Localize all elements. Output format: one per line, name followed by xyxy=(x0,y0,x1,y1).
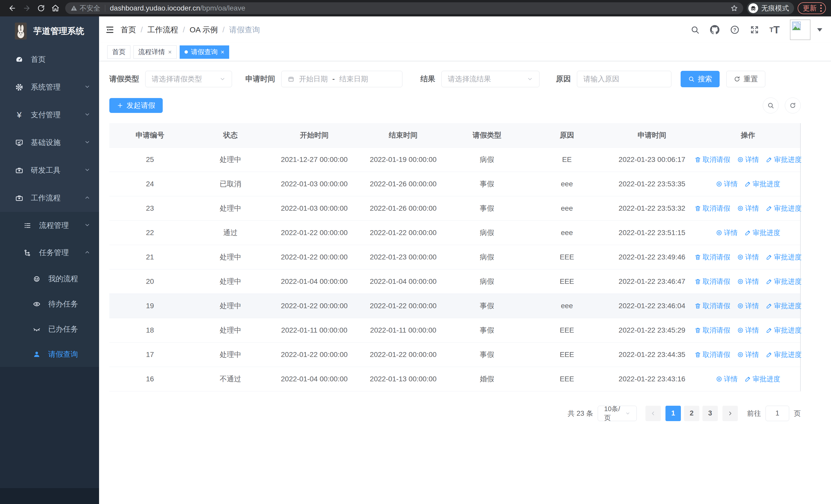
sidebar-item-workflow[interactable]: 工作流程 xyxy=(0,184,99,212)
action-detail-link[interactable]: 详情 xyxy=(737,155,759,164)
action-detail-link[interactable]: 详情 xyxy=(716,179,738,188)
browser-forward-icon[interactable] xyxy=(21,3,32,14)
browser-home-icon[interactable] xyxy=(50,3,61,14)
sidebar-item-task-mgmt[interactable]: 任务管理 xyxy=(0,239,99,266)
goto-page-input[interactable]: 1 xyxy=(766,406,789,421)
eye-icon xyxy=(716,230,722,236)
close-icon[interactable]: × xyxy=(221,49,224,56)
close-icon[interactable]: × xyxy=(168,49,172,56)
action-progress-link[interactable]: 审批进度 xyxy=(745,375,780,384)
search-button[interactable]: 搜索 xyxy=(681,71,720,87)
action-progress-link[interactable]: 审批进度 xyxy=(766,253,802,262)
sidebar-item-dev-tools[interactable]: 研发工具 xyxy=(0,156,99,184)
action-progress-link[interactable]: 审批进度 xyxy=(745,228,780,237)
cell-actions: 取消请假详情审批进度 xyxy=(696,147,800,172)
cell-applied: 2022-01-22 23:51:15 xyxy=(608,220,696,245)
sidebar-item-done-tasks[interactable]: 已办任务 xyxy=(0,317,99,342)
cell-end: 2022-01-22 00:00:00 xyxy=(358,342,448,367)
action-progress-link[interactable]: 审批进度 xyxy=(766,350,802,359)
page-size-value: 10条/页 xyxy=(604,405,625,422)
sidebar-item-label: 基础设施 xyxy=(31,138,61,148)
sidebar-item-todo-tasks[interactable]: 待办任务 xyxy=(0,292,99,317)
sidebar-item-infrastructure[interactable]: 基础设施 xyxy=(0,129,99,156)
leave-type-select[interactable]: 请选择请假类型 xyxy=(145,71,232,87)
action-detail-link[interactable]: 详情 xyxy=(737,350,759,359)
cell-actions: 取消请假详情审批进度 xyxy=(696,269,800,294)
font-size-icon[interactable]: TT xyxy=(769,25,780,35)
help-icon[interactable]: ? xyxy=(730,25,740,35)
apply-time-label: 申请时间 xyxy=(245,74,275,84)
sidebar-item-process-mgmt[interactable]: 流程管理 xyxy=(0,212,99,239)
create-leave-button[interactable]: 发起请假 xyxy=(109,98,163,113)
action-cancel-link[interactable]: 取消请假 xyxy=(694,350,730,359)
refresh-table-button[interactable] xyxy=(785,97,801,113)
tab-home[interactable]: 首页 xyxy=(107,46,131,59)
browser-back-icon[interactable] xyxy=(7,3,18,14)
action-cancel-link[interactable]: 取消请假 xyxy=(694,253,730,262)
page-button-2[interactable]: 2 xyxy=(684,406,699,421)
action-detail-link[interactable]: 详情 xyxy=(737,326,759,335)
page-size-select[interactable]: 10条/页 xyxy=(598,406,637,421)
action-progress-link[interactable]: 审批进度 xyxy=(766,204,802,213)
next-page-button[interactable] xyxy=(722,406,738,421)
browser-reload-icon[interactable] xyxy=(35,3,47,14)
app-frame: 芋道管理系统 首页 系统管理 ¥ 支付管理 xyxy=(0,17,831,504)
action-detail-link[interactable]: 详情 xyxy=(716,375,738,384)
table-header-row: 申请编号状态开始时间结束时间请假类型原因申请时间操作 xyxy=(109,123,800,147)
action-progress-link[interactable]: 审批进度 xyxy=(766,155,802,164)
prev-page-button[interactable] xyxy=(646,406,661,421)
action-cancel-link[interactable]: 取消请假 xyxy=(694,326,730,335)
sidebar-item-my-process[interactable]: 我的流程 xyxy=(0,266,99,292)
breadcrumb-workflow[interactable]: 工作流程 xyxy=(147,25,178,35)
reason-input[interactable]: 请输入原因 xyxy=(577,71,671,87)
github-icon[interactable] xyxy=(710,25,720,35)
action-cancel-link[interactable]: 取消请假 xyxy=(694,301,730,310)
bookmark-star-icon[interactable] xyxy=(730,4,738,12)
fullscreen-icon[interactable] xyxy=(750,25,759,34)
action-detail-link[interactable]: 详情 xyxy=(737,204,759,213)
result-select[interactable]: 请选择流结果 xyxy=(441,71,540,87)
column-header: 操作 xyxy=(696,123,800,147)
action-detail-link[interactable]: 详情 xyxy=(737,301,759,310)
sidebar-collapse-icon[interactable] xyxy=(99,17,121,43)
action-detail-link[interactable]: 详情 xyxy=(737,277,759,286)
leave-table: 申请编号状态开始时间结束时间请假类型原因申请时间操作 25处理中2021-12-… xyxy=(109,123,801,391)
tab-process-detail[interactable]: 流程详情 × xyxy=(134,46,177,59)
eye-open-icon xyxy=(32,300,41,308)
apply-time-range-picker[interactable]: 开始日期 - 结束日期 xyxy=(281,71,402,87)
breadcrumb-home[interactable]: 首页 xyxy=(121,25,136,35)
browser-menu-icon[interactable] xyxy=(820,5,822,12)
page-button-3[interactable]: 3 xyxy=(703,406,718,421)
cell-type: 病假 xyxy=(448,245,525,269)
action-progress-link[interactable]: 审批进度 xyxy=(766,326,802,335)
url-host: dashboard.yudao.iocoder.cn xyxy=(110,4,200,12)
pencil-icon xyxy=(766,351,773,358)
sidebar-item-system[interactable]: 系统管理 xyxy=(0,73,99,101)
action-detail-link[interactable]: 详情 xyxy=(716,228,738,237)
action-progress-link[interactable]: 审批进度 xyxy=(766,301,802,310)
tab-leave-query[interactable]: 请假查询 × xyxy=(180,46,229,59)
action-progress-link[interactable]: 审批进度 xyxy=(745,179,780,188)
action-cancel-link[interactable]: 取消请假 xyxy=(694,204,730,213)
breadcrumb-oa-example[interactable]: OA 示例 xyxy=(190,25,218,35)
reset-button[interactable]: 重置 xyxy=(726,71,765,87)
security-warning[interactable]: 不安全 xyxy=(70,4,101,13)
action-detail-link[interactable]: 详情 xyxy=(737,253,759,262)
browser-update-button[interactable]: 更新 xyxy=(798,2,826,14)
action-cancel-link[interactable]: 取消请假 xyxy=(694,155,730,164)
action-progress-link[interactable]: 审批进度 xyxy=(766,277,802,286)
avatar-caret-icon[interactable] xyxy=(817,28,822,32)
avatar[interactable] xyxy=(790,20,810,40)
sidebar-item-home[interactable]: 首页 xyxy=(0,46,99,73)
sidebar-item-leave-query[interactable]: 请假查询 xyxy=(0,342,99,367)
url-bar[interactable]: 不安全 dashboard.yudao.iocoder.cn/bpm/oa/le… xyxy=(65,2,743,14)
sidebar-item-payment[interactable]: ¥ 支付管理 xyxy=(0,101,99,129)
toggle-search-button[interactable] xyxy=(763,97,779,113)
incognito-badge: 无痕模式 xyxy=(747,2,794,14)
url-text[interactable]: dashboard.yudao.iocoder.cn/bpm/oa/leave xyxy=(110,4,730,12)
page-button-1[interactable]: 1 xyxy=(665,406,681,421)
sidebar-logo[interactable]: 芋道管理系统 xyxy=(0,17,99,46)
chevron-down-icon xyxy=(527,76,533,82)
action-cancel-link[interactable]: 取消请假 xyxy=(694,277,730,286)
header-search-icon[interactable] xyxy=(690,25,699,34)
